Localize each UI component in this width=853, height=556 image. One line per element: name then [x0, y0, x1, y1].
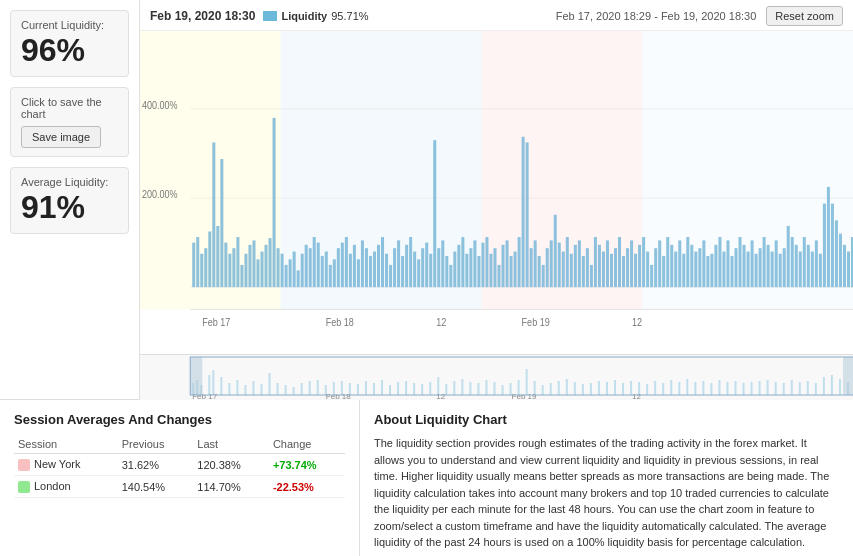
svg-rect-148: [751, 240, 754, 287]
legend-color-box: [263, 11, 277, 21]
navigator-area[interactable]: Feb 17 Feb 18 12 Feb 19 12: [140, 354, 853, 399]
svg-rect-105: [578, 240, 581, 287]
svg-rect-255: [775, 382, 777, 395]
svg-rect-152: [767, 245, 770, 287]
svg-rect-119: [634, 254, 637, 287]
svg-rect-33: [289, 259, 292, 287]
col-change: Change: [269, 435, 345, 454]
svg-rect-166: [823, 204, 826, 288]
svg-rect-260: [815, 383, 817, 395]
legend-label: Liquidity: [281, 10, 327, 22]
svg-rect-206: [381, 380, 383, 395]
session-previous: 31.62%: [118, 454, 194, 476]
svg-rect-132: [686, 237, 689, 287]
svg-rect-251: [743, 383, 745, 395]
svg-rect-143: [730, 256, 733, 287]
svg-rect-254: [767, 380, 769, 395]
svg-rect-50: [357, 259, 360, 287]
svg-rect-27: [265, 245, 268, 287]
svg-rect-140: [718, 237, 721, 287]
svg-rect-69: [433, 140, 436, 287]
svg-rect-62: [405, 245, 408, 287]
svg-text:12: 12: [436, 317, 446, 329]
svg-rect-137: [706, 256, 709, 287]
svg-rect-100: [558, 243, 561, 288]
svg-rect-162: [807, 245, 810, 287]
chart-body[interactable]: 400.00% 200.00%: [140, 31, 853, 354]
svg-rect-111: [602, 252, 605, 288]
session-table-body: New York31.62%120.38%+73.74%London140.54…: [14, 454, 345, 498]
average-liquidity-value: 91%: [21, 190, 118, 225]
svg-rect-25: [256, 259, 259, 287]
svg-rect-198: [317, 380, 319, 395]
svg-text:Feb 18: Feb 18: [326, 392, 352, 400]
svg-rect-157: [787, 226, 790, 287]
svg-rect-243: [678, 382, 680, 395]
svg-rect-136: [702, 240, 705, 287]
svg-rect-32: [285, 265, 288, 287]
svg-rect-139: [714, 245, 717, 287]
svg-rect-231: [582, 384, 584, 395]
svg-rect-208: [397, 382, 399, 395]
svg-rect-17: [224, 243, 227, 288]
svg-rect-170: [839, 234, 842, 287]
svg-rect-145: [739, 237, 742, 287]
save-image-button[interactable]: Save image: [21, 126, 101, 148]
svg-rect-156: [783, 248, 786, 287]
svg-rect-78: [469, 248, 472, 287]
svg-rect-65: [417, 259, 420, 287]
session-table: Session Previous Last Change New York31.…: [14, 435, 345, 498]
svg-rect-263: [839, 379, 841, 395]
svg-rect-135: [698, 248, 701, 287]
session-change: +73.74%: [269, 454, 345, 476]
svg-rect-38: [309, 248, 312, 287]
svg-rect-94: [534, 240, 537, 287]
svg-rect-164: [815, 240, 818, 287]
svg-text:12: 12: [632, 317, 642, 329]
svg-rect-259: [807, 381, 809, 395]
svg-rect-128: [670, 245, 673, 287]
svg-rect-59: [393, 248, 396, 287]
navigator-svg: Feb 17 Feb 18 12 Feb 19 12: [140, 355, 853, 400]
svg-rect-36: [301, 254, 304, 287]
svg-rect-68: [429, 254, 432, 287]
svg-rect-35: [297, 270, 300, 287]
svg-rect-147: [747, 252, 750, 288]
svg-rect-244: [686, 379, 688, 395]
session-color-indicator: [18, 459, 30, 471]
svg-rect-49: [353, 245, 356, 287]
svg-rect-91: [522, 137, 525, 287]
average-liquidity-box: Average Liquidity: 91%: [10, 167, 129, 234]
svg-rect-40: [317, 243, 320, 288]
current-liquidity-label: Current Liquidity:: [21, 19, 118, 31]
svg-rect-103: [570, 254, 573, 287]
svg-rect-11: [200, 254, 203, 287]
svg-rect-55: [377, 245, 380, 287]
svg-rect-271: [843, 357, 853, 395]
svg-rect-190: [252, 381, 254, 395]
svg-rect-127: [666, 237, 669, 287]
svg-rect-23: [248, 245, 251, 287]
svg-rect-14: [212, 142, 215, 287]
reset-zoom-button[interactable]: Reset zoom: [766, 6, 843, 26]
session-last: 114.70%: [193, 476, 269, 498]
svg-rect-63: [409, 237, 412, 287]
svg-rect-46: [341, 243, 344, 288]
svg-rect-43: [329, 265, 332, 287]
main-container: Current Liquidity: 96% Click to save the…: [0, 0, 853, 400]
svg-rect-83: [489, 254, 492, 287]
svg-rect-133: [690, 245, 693, 287]
chart-header: Feb 19, 2020 18:30 Liquidity 95.71% Feb …: [140, 0, 853, 31]
svg-rect-29: [273, 118, 276, 287]
svg-rect-22: [244, 254, 247, 287]
svg-rect-80: [477, 256, 480, 287]
col-last: Last: [193, 435, 269, 454]
svg-rect-240: [654, 381, 656, 395]
svg-rect-242: [670, 380, 672, 395]
table-header-row: Session Previous Last Change: [14, 435, 345, 454]
svg-rect-26: [261, 252, 264, 288]
session-change: -22.53%: [269, 476, 345, 498]
svg-rect-106: [582, 256, 585, 287]
session-previous: 140.54%: [118, 476, 194, 498]
svg-rect-20: [236, 237, 239, 287]
